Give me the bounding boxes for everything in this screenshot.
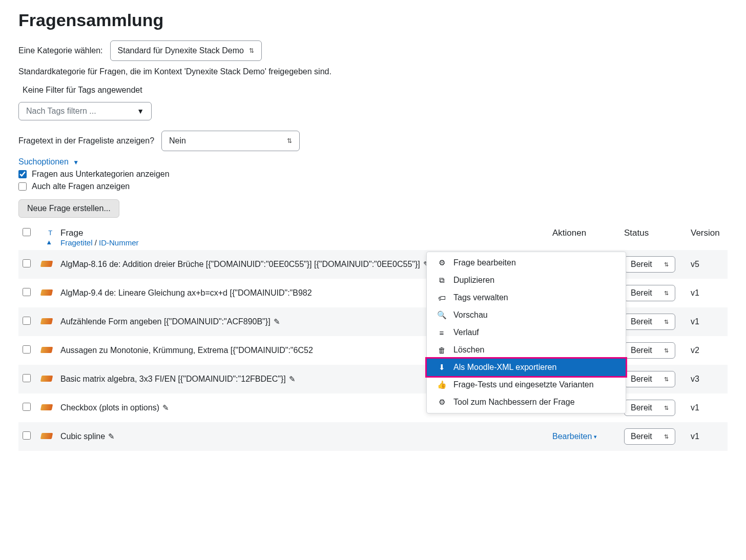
row-checkbox[interactable]: [23, 403, 31, 411]
menu-item[interactable]: 👍Frage-Tests und eingesetzte Varianten: [427, 376, 626, 393]
question-title: Cubic spline: [60, 432, 105, 441]
row-checkbox[interactable]: [23, 288, 31, 296]
category-label: Eine Kategorie wählen:: [18, 46, 103, 55]
question-actions-menu: ⚙Frage bearbeiten⧉Duplizieren🏷Tags verwa…: [426, 252, 626, 413]
menu-item[interactable]: 🏷Tags verwalten: [427, 289, 626, 306]
chevron-down-icon: ▾: [594, 433, 597, 440]
menu-item-icon: ⚙: [437, 258, 446, 267]
menu-item[interactable]: ⬇Als Moodle-XML exportieren: [425, 357, 627, 378]
row-checkbox[interactable]: [23, 431, 31, 440]
row-checkbox[interactable]: [23, 345, 31, 354]
chevron-updown-icon: ⇅: [664, 347, 669, 354]
tag-filter-status: Keine Filter für Tags angewendet: [23, 86, 728, 95]
version-cell: v1: [687, 307, 728, 336]
version-cell: v1: [687, 422, 728, 451]
question-type-icon: [40, 261, 53, 267]
menu-item-label: Als Moodle-XML exportieren: [453, 363, 556, 372]
menu-item[interactable]: ⧉Duplizieren: [427, 272, 626, 289]
menu-item-icon: 🗑: [437, 346, 446, 355]
edit-title-icon[interactable]: ✎: [162, 403, 169, 412]
col-question-header: Frage: [60, 228, 544, 238]
chevron-updown-icon: ⇅: [664, 376, 669, 383]
chevron-updown-icon: ⇅: [664, 433, 669, 440]
menu-item-icon: ≡: [437, 328, 446, 337]
menu-item-label: Frage bearbeiten: [453, 258, 516, 267]
status-select[interactable]: Bereit⇅: [624, 256, 675, 273]
menu-item-label: Frage-Tests und eingesetzte Varianten: [453, 380, 594, 389]
row-checkbox[interactable]: [23, 374, 31, 382]
col-version-header: Version: [687, 225, 728, 250]
menu-item-icon: ⧉: [437, 276, 446, 285]
chevron-updown-icon: ⇅: [664, 319, 669, 325]
question-type-icon: [40, 289, 53, 296]
status-select[interactable]: Bereit⇅: [624, 428, 675, 445]
status-select[interactable]: Bereit⇅: [624, 285, 675, 301]
show-old-label: Auch alte Fragen anzeigen: [32, 182, 130, 191]
edit-menu-button[interactable]: Bearbeiten ▾: [552, 432, 597, 441]
category-select[interactable]: Standard für Dynexite Stack Demo ⇅: [110, 40, 262, 61]
menu-item-label: Duplizieren: [453, 276, 494, 285]
edit-title-icon[interactable]: ✎: [274, 317, 280, 326]
row-checkbox[interactable]: [23, 259, 31, 267]
version-cell: v5: [687, 250, 728, 279]
showtext-label: Fragetext in der Frageliste anzeigen?: [18, 136, 154, 146]
question-title: Aufzählende Form angeben [{"DOMAINUID":"…: [60, 317, 271, 326]
sort-id-link[interactable]: ID-Nummer: [99, 238, 139, 247]
menu-item-label: Vorschau: [453, 310, 488, 320]
col-actions-header: Aktionen: [548, 225, 620, 250]
chevron-updown-icon: ⇅: [664, 261, 669, 268]
menu-item-label: Tool zum Nachbessern der Frage: [453, 398, 575, 407]
menu-item[interactable]: 🗑Löschen: [427, 341, 626, 359]
question-title: AlgMap-8.16 de: Addition dreier Brüche […: [60, 260, 420, 268]
new-question-button[interactable]: Neue Frage erstellen...: [18, 199, 119, 218]
edit-title-icon[interactable]: ✎: [289, 375, 296, 384]
search-options-toggle[interactable]: Suchoptionen: [18, 157, 69, 166]
menu-item[interactable]: ⚙Frage bearbeiten: [427, 254, 626, 272]
version-cell: v1: [687, 279, 728, 307]
menu-item[interactable]: ≡Verlauf: [427, 324, 626, 341]
tag-filter-input[interactable]: Nach Tags filtern ... ▼: [18, 102, 152, 120]
menu-item[interactable]: ⚙Tool zum Nachbessern der Frage: [427, 393, 626, 411]
question-type-icon: [40, 347, 53, 353]
caret-down-icon: ▼: [73, 159, 79, 166]
version-cell: v2: [687, 336, 728, 365]
menu-item-icon: 🔍: [437, 310, 446, 320]
version-cell: v3: [687, 365, 728, 393]
menu-item[interactable]: 🔍Vorschau: [427, 306, 626, 324]
show-subcategories-label: Fragen aus Unterkategorien anzeigen: [32, 170, 170, 179]
col-status-header: Status: [620, 225, 687, 250]
sort-type[interactable]: T ▲: [46, 229, 52, 246]
menu-item-icon: 🏷: [437, 294, 446, 302]
show-subcategories-checkbox[interactable]: [18, 170, 27, 178]
question-type-icon: [40, 404, 53, 410]
status-select[interactable]: Bereit⇅: [624, 314, 675, 330]
show-old-checkbox[interactable]: [18, 182, 27, 191]
question-type-icon: [40, 376, 53, 382]
question-title: Checkbox (plots in options): [60, 403, 159, 412]
question-type-icon: [40, 318, 53, 324]
caret-down-icon: ▼: [137, 107, 144, 115]
status-select[interactable]: Bereit⇅: [624, 342, 675, 359]
question-title: Aussagen zu Monotonie, Krümmung, Extrema…: [60, 346, 313, 355]
status-select[interactable]: Bereit⇅: [624, 371, 675, 387]
chevron-updown-icon: ⇅: [249, 47, 254, 54]
question-title: Basic matrix algebra, 3x3 FI/EN [{"DOMAI…: [60, 375, 286, 383]
page-title: Fragensammlung: [18, 10, 728, 30]
chevron-updown-icon: ⇅: [287, 137, 292, 144]
question-title: AlgMap-9.4 de: Lineare Gleichung ax+b=cx…: [60, 288, 312, 297]
select-all-checkbox[interactable]: [23, 228, 31, 236]
chevron-updown-icon: ⇅: [664, 290, 669, 297]
row-checkbox[interactable]: [23, 317, 31, 325]
menu-item-label: Tags verwalten: [453, 293, 508, 302]
menu-item-label: Verlauf: [453, 328, 479, 337]
menu-item-icon: ⬇: [437, 363, 446, 372]
menu-item-icon: ⚙: [437, 398, 446, 407]
category-description: Standardkategorie für Fragen, die im Kon…: [18, 67, 728, 76]
menu-item-label: Löschen: [453, 345, 485, 355]
sort-title-link[interactable]: Fragetitel: [60, 238, 93, 247]
version-cell: v1: [687, 393, 728, 422]
edit-title-icon[interactable]: ✎: [108, 432, 115, 441]
menu-item-icon: 👍: [437, 380, 446, 389]
showtext-select[interactable]: Nein ⇅: [161, 131, 300, 151]
status-select[interactable]: Bereit⇅: [624, 400, 675, 416]
